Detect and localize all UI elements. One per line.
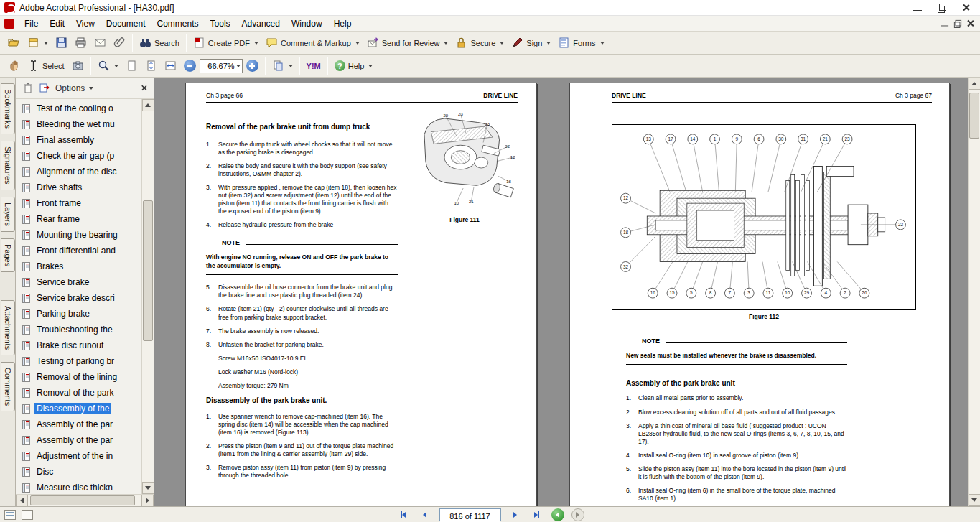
- menu-item[interactable]: View: [70, 17, 101, 30]
- menu-item[interactable]: File: [19, 17, 44, 30]
- scroll-up-button[interactable]: [969, 78, 980, 90]
- minimize-button[interactable]: [913, 4, 922, 12]
- page-indicator-box[interactable]: [439, 508, 501, 521]
- next-view-button[interactable]: [571, 508, 584, 521]
- scroll-thumb[interactable]: [30, 495, 134, 505]
- scroll-down-button[interactable]: [969, 494, 980, 506]
- bookmark-item[interactable]: Front differential and: [16, 243, 141, 258]
- expand-current-bookmark-icon[interactable]: [39, 83, 50, 93]
- scroll-right-button[interactable]: [141, 495, 154, 507]
- bookmark-item[interactable]: Bleeding the wet mu: [16, 116, 141, 132]
- navigation-tab[interactable]: Comments: [1, 362, 15, 411]
- bookmark-item[interactable]: Service brake: [16, 274, 141, 290]
- restore-button[interactable]: [938, 4, 946, 12]
- bookmark-item[interactable]: Drive shafts: [16, 180, 141, 195]
- menu-item[interactable]: Comments: [151, 17, 205, 30]
- menu-item[interactable]: Help: [328, 17, 358, 30]
- scroll-left-button[interactable]: [16, 495, 28, 507]
- previous-page-button[interactable]: [418, 508, 432, 521]
- bookmark-item[interactable]: Parking brake: [16, 306, 141, 322]
- navigation-tab[interactable]: Bookmarks: [1, 83, 15, 134]
- open-button[interactable]: [4, 34, 24, 52]
- zoom-tool-button[interactable]: [94, 57, 122, 75]
- attach-button[interactable]: [110, 34, 129, 52]
- zoom-in-button[interactable]: [243, 57, 262, 75]
- trash-icon[interactable]: [23, 83, 33, 93]
- sign-button[interactable]: Sign: [508, 34, 554, 52]
- scroll-track[interactable]: [142, 111, 154, 482]
- scroll-up-button[interactable]: [142, 99, 154, 111]
- fit-page-button[interactable]: [141, 57, 161, 75]
- fit-width-button[interactable]: [161, 57, 180, 75]
- close-button[interactable]: [962, 4, 970, 11]
- organizer-button[interactable]: [24, 34, 52, 52]
- bookmark-item[interactable]: Assembly of the par: [16, 416, 141, 432]
- zoom-level-input[interactable]: [202, 62, 235, 70]
- yim-button[interactable]: Y!M: [303, 59, 325, 73]
- zoom-caret-icon[interactable]: [236, 65, 241, 67]
- bookmark-item[interactable]: Service brake descri: [16, 290, 141, 306]
- select-tool-button[interactable]: Select: [24, 57, 68, 75]
- snapshot-button[interactable]: [68, 57, 88, 75]
- bookmark-item[interactable]: Disc: [16, 464, 141, 480]
- save-button[interactable]: [52, 34, 71, 52]
- bookmark-item[interactable]: Brake disc runout: [16, 337, 141, 353]
- page-size-icon[interactable]: [4, 510, 16, 520]
- scroll-track[interactable]: [28, 495, 141, 506]
- zoom-combo[interactable]: [200, 59, 243, 73]
- bookmark-item[interactable]: Removal of the lining: [16, 369, 141, 385]
- secure-button[interactable]: Secure: [452, 34, 508, 52]
- send-review-button[interactable]: Send for Review: [363, 34, 452, 52]
- page-layout-button[interactable]: [269, 57, 297, 75]
- print-button[interactable]: [71, 34, 90, 52]
- menu-item[interactable]: Advanced: [236, 17, 286, 30]
- options-menu-button[interactable]: Options: [55, 83, 93, 93]
- zoom-out-button[interactable]: [180, 57, 200, 75]
- navigation-tab[interactable]: Attachments: [1, 300, 15, 355]
- help-button[interactable]: ? Help: [331, 57, 377, 74]
- search-button[interactable]: Search: [136, 34, 183, 52]
- document-area[interactable]: Ch 3 page 66 DRIVE LINE Removal of the p…: [154, 78, 968, 506]
- page-layout-status-icon[interactable]: [22, 510, 33, 520]
- bookmark-item[interactable]: Front frame: [16, 195, 141, 211]
- bookmark-item[interactable]: Mounting the bearing: [16, 227, 141, 243]
- first-page-button[interactable]: [396, 508, 411, 521]
- menu-item[interactable]: Edit: [44, 17, 70, 30]
- bookmarks-horizontal-scrollbar[interactable]: [16, 494, 154, 506]
- bookmark-item[interactable]: Troubleshooting the: [16, 322, 141, 337]
- scroll-thumb[interactable]: [143, 200, 153, 341]
- previous-view-button[interactable]: [551, 508, 564, 521]
- create-pdf-button[interactable]: Create PDF: [190, 34, 262, 52]
- scroll-track[interactable]: [969, 90, 980, 494]
- document-close-button[interactable]: [966, 19, 974, 27]
- document-restore-button[interactable]: [954, 19, 961, 27]
- email-button[interactable]: [90, 34, 110, 52]
- bookmark-item[interactable]: Disassembly of the: [16, 401, 141, 416]
- bookmark-item[interactable]: Assembly of the par: [16, 432, 141, 448]
- actual-size-button[interactable]: [122, 57, 141, 75]
- bookmark-item[interactable]: Check the air gap (p: [16, 148, 141, 164]
- bookmark-item[interactable]: Testing of parking br: [16, 353, 141, 369]
- navigation-tab[interactable]: Layers: [1, 197, 15, 232]
- next-page-button[interactable]: [508, 508, 523, 521]
- navigation-tab[interactable]: Pages: [1, 238, 15, 272]
- bookmark-item[interactable]: Measure disc thickn: [16, 480, 141, 494]
- scroll-thumb[interactable]: [969, 93, 979, 139]
- page-indicator-input[interactable]: [440, 511, 500, 522]
- bookmark-item[interactable]: Final assembly: [16, 132, 141, 148]
- bookmark-item[interactable]: Brakes: [16, 258, 141, 274]
- scroll-down-button[interactable]: [142, 482, 154, 494]
- navigation-tab[interactable]: Signatures: [1, 141, 15, 190]
- bookmark-item[interactable]: Alignment of the disc: [16, 164, 141, 180]
- close-panel-button[interactable]: [141, 85, 147, 91]
- menu-item[interactable]: Window: [286, 17, 328, 30]
- bookmark-item[interactable]: Test of the cooling o: [16, 101, 141, 116]
- bookmark-item[interactable]: Adjustment of the in: [16, 448, 141, 464]
- forms-button[interactable]: Forms: [554, 34, 607, 52]
- comment-markup-button[interactable]: Comment & Markup: [262, 34, 363, 52]
- last-page-button[interactable]: [530, 508, 544, 521]
- bookmarks-vertical-scrollbar[interactable]: [141, 99, 154, 494]
- menu-item[interactable]: Document: [101, 17, 151, 30]
- acrobat-document-icon[interactable]: [4, 19, 14, 29]
- menu-item[interactable]: Tools: [205, 17, 236, 30]
